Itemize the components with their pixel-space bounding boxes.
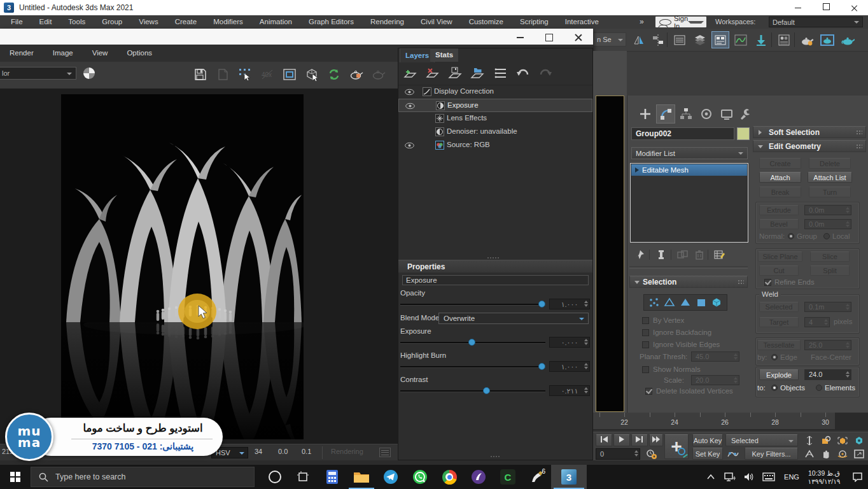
layer-manager-icon[interactable]: [671, 31, 689, 48]
layer-row-exposure-selected[interactable]: Exposure: [398, 99, 592, 112]
stack-item-editable-mesh[interactable]: Editable Mesh: [631, 164, 747, 176]
tab-motion-icon[interactable]: [697, 104, 716, 124]
exposure-spinner[interactable]: ۰.۰۰۰: [549, 337, 590, 348]
render-setup-icon[interactable]: [798, 31, 816, 48]
configure-modifier-sets-icon[interactable]: [713, 248, 727, 261]
workspaces-dropdown[interactable]: Default: [769, 17, 863, 27]
delete-button[interactable]: Delete: [809, 158, 851, 169]
tessellate-spinner[interactable]: 25.0: [804, 340, 851, 350]
edge-mode-icon[interactable]: [664, 297, 675, 308]
telegram-button[interactable]: [377, 465, 405, 489]
contrast-slider-track[interactable]: [400, 390, 545, 392]
crop-region-icon[interactable]: [281, 66, 298, 83]
key-filter-selected-dropdown[interactable]: Selected: [725, 434, 798, 446]
polygon-mode-icon[interactable]: [696, 297, 707, 308]
highlight-burn-slider-track[interactable]: [400, 366, 545, 368]
action-center-button[interactable]: [846, 465, 868, 489]
previous-frame-button[interactable]: [596, 434, 612, 446]
expand-arrow-icon[interactable]: [635, 167, 639, 173]
tab-utilities-icon[interactable]: [736, 104, 755, 124]
tab-stats[interactable]: Stats: [430, 48, 458, 62]
key-mode-toggle-icon[interactable]: [725, 448, 741, 460]
cut-button[interactable]: Cut: [759, 266, 799, 276]
pin-stack-icon[interactable]: [633, 248, 647, 261]
slice-button[interactable]: Slice: [810, 252, 850, 262]
schematic-view-icon[interactable]: [752, 31, 770, 48]
create-button[interactable]: Create: [759, 158, 801, 169]
menu-overflow-chevron[interactable]: »: [640, 15, 644, 29]
chrome-button[interactable]: [435, 465, 463, 489]
media-app-button[interactable]: [465, 465, 493, 489]
to-elements-radio[interactable]: [816, 385, 822, 391]
menu-graph-editors[interactable]: Graph Editors: [300, 15, 362, 29]
highlight-burn-slider-handle[interactable]: [538, 363, 545, 370]
weld-target-spinner[interactable]: 4: [804, 317, 830, 327]
zoom-icon[interactable]: [802, 434, 817, 446]
go-to-end-button[interactable]: [649, 434, 663, 446]
contrast-spinner[interactable]: ۰.۲۱۱: [549, 385, 590, 396]
clock-tray[interactable]: 10:39 ق.ظ ۱۳۹۹/۱۲/۱۹: [803, 465, 845, 489]
orbit-icon[interactable]: [835, 448, 850, 460]
object-name-field[interactable]: Group002: [631, 127, 734, 140]
normal-group-radio[interactable]: [788, 233, 794, 239]
opacity-spinner[interactable]: ۱.۰۰۰: [549, 299, 590, 309]
zoom-region-icon[interactable]: [851, 434, 867, 446]
menu-rendering[interactable]: Rendering: [362, 15, 412, 29]
modifier-list-dropdown[interactable]: Modifier List: [631, 147, 748, 159]
menu-group[interactable]: Group: [94, 15, 130, 29]
extrude-spinner[interactable]: 0.0m: [804, 205, 851, 215]
scale-spinner[interactable]: 20.0: [691, 375, 739, 385]
align-icon[interactable]: [649, 31, 667, 48]
channel-dropdown[interactable]: lor: [0, 67, 76, 80]
touch-keyboard-button[interactable]: [759, 465, 779, 489]
face-mode-icon[interactable]: [680, 297, 691, 308]
by-vertex-checkbox[interactable]: [642, 317, 649, 324]
element-mode-icon[interactable]: [711, 297, 722, 308]
menu-modifiers[interactable]: Modifiers: [205, 15, 251, 29]
sketch-app-button[interactable]: 6: [523, 465, 551, 489]
make-unique-icon[interactable]: [676, 248, 690, 261]
rw-menu-view[interactable]: View: [83, 45, 118, 62]
rendered-frame-toggle-icon[interactable]: [711, 31, 729, 48]
menu-customize[interactable]: Customize: [461, 15, 512, 29]
properties-header[interactable]: Properties: [398, 260, 592, 273]
delete-isolated-vertices-checkbox[interactable]: [645, 388, 652, 395]
delete-layer-icon[interactable]: [423, 64, 442, 82]
material-editor-icon[interactable]: [775, 31, 793, 48]
tab-modify-icon[interactable]: [656, 104, 675, 124]
extrude-button[interactable]: Extrude: [759, 205, 799, 215]
layer-row-display-correction[interactable]: Display Correction: [398, 85, 592, 99]
visibility-eye-icon[interactable]: [405, 89, 414, 96]
to-objects-radio[interactable]: [771, 385, 778, 391]
menu-scripting[interactable]: Scripting: [512, 15, 557, 29]
rollout-selection[interactable]: Selection: [629, 276, 748, 288]
layer-row-denoiser[interactable]: Denoiser: unavailable: [398, 125, 592, 139]
tray-expand-button[interactable]: [703, 465, 719, 489]
mirror-icon[interactable]: [630, 31, 648, 48]
update-render-icon[interactable]: [326, 66, 342, 83]
tab-hierarchy-icon[interactable]: [676, 104, 696, 124]
bevel-button[interactable]: Bevel: [759, 219, 799, 229]
close-button[interactable]: [840, 0, 868, 15]
whatsapp-button[interactable]: [406, 465, 434, 489]
explode-button[interactable]: Explode: [759, 369, 799, 380]
tessellate-button[interactable]: Tessellate: [757, 340, 801, 350]
by-edge-radio[interactable]: [771, 354, 778, 360]
maximize-viewport-icon[interactable]: [851, 448, 867, 460]
weld-selected-button[interactable]: Selected: [759, 302, 799, 312]
menu-create[interactable]: Create: [167, 15, 206, 29]
tab-create-icon[interactable]: [636, 104, 655, 124]
copy-image-icon[interactable]: [214, 66, 231, 83]
slice-plane-button[interactable]: Slice Plane: [758, 252, 802, 262]
cortana-button[interactable]: [261, 465, 289, 489]
search-input[interactable]: [54, 472, 235, 482]
sign-in-button[interactable]: Sign In: [655, 17, 706, 27]
normal-local-radio[interactable]: [823, 233, 830, 239]
blend-mode-dropdown[interactable]: Overwrite: [438, 313, 589, 324]
start-button[interactable]: [0, 465, 31, 489]
attach-button[interactable]: Attach: [759, 172, 801, 183]
zoom-extents-icon[interactable]: [835, 434, 850, 446]
rw-menu-options[interactable]: Options: [117, 45, 162, 62]
undo-icon[interactable]: [514, 64, 533, 82]
show-normals-checkbox[interactable]: [642, 366, 649, 373]
